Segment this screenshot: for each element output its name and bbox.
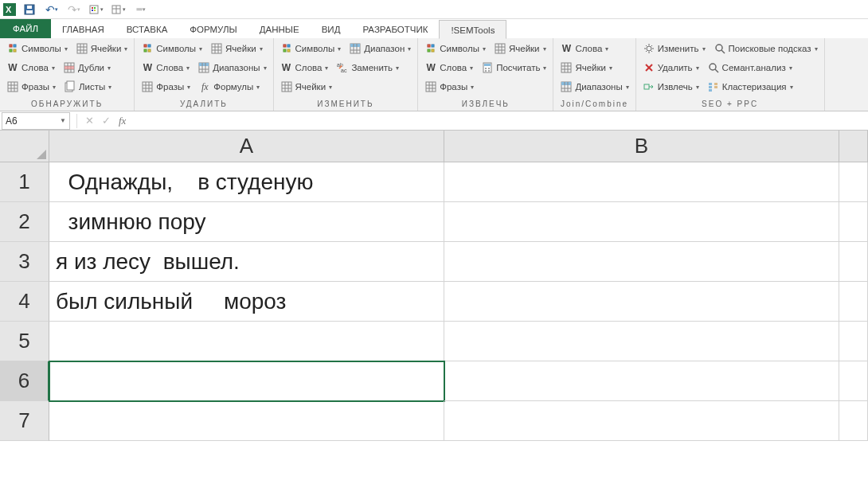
row-header[interactable]: 6 xyxy=(0,361,49,401)
column-header-b[interactable]: B xyxy=(444,131,839,162)
ribbon-command[interactable]: abacЗаменить▾ xyxy=(334,59,401,76)
cell[interactable] xyxy=(839,162,868,202)
ribbon-command[interactable]: fxФормулы▾ xyxy=(197,78,261,96)
column-header-c[interactable] xyxy=(839,131,868,162)
ribbon-command[interactable]: Фразы▾ xyxy=(139,78,192,96)
ribbon-command[interactable]: Символы▾ xyxy=(279,40,343,57)
tab-home[interactable]: ГЛАВНАЯ xyxy=(51,19,115,38)
ribbon-command[interactable]: WСлова▾ xyxy=(5,59,57,76)
qat-button-2[interactable]: ▾ xyxy=(111,2,126,17)
undo-button[interactable]: ↶▾ xyxy=(45,2,59,17)
row-header[interactable]: 3 xyxy=(0,242,49,282)
ribbon-command[interactable]: Символы▾ xyxy=(423,40,487,57)
tab-semtools[interactable]: !SEMTools xyxy=(439,20,506,39)
svg-rect-6 xyxy=(92,7,93,9)
tab-formulas[interactable]: ФОРМУЛЫ xyxy=(178,19,248,38)
command-icon xyxy=(714,42,726,55)
dropdown-icon: ▾ xyxy=(789,64,792,72)
ribbon-command[interactable]: Диапазоны▾ xyxy=(196,59,268,76)
ribbon-command[interactable]: WСлова▾ xyxy=(558,40,610,57)
ribbon-command[interactable]: Ячейки▾ xyxy=(492,40,548,57)
svg-rect-57 xyxy=(287,49,290,52)
ribbon-command[interactable]: Диапазон▾ xyxy=(347,40,412,57)
ribbon-command[interactable]: WСлова▾ xyxy=(279,59,330,76)
row-header[interactable]: 1 xyxy=(0,162,49,202)
ribbon-command[interactable]: Ячейки▾ xyxy=(279,78,334,96)
cell[interactable]: я из лесу вышел. xyxy=(49,242,444,282)
cancel-icon[interactable]: ✕ xyxy=(85,115,94,127)
ribbon-command[interactable]: Символы▾ xyxy=(139,40,204,57)
tab-view[interactable]: ВИД xyxy=(311,19,352,38)
ribbon-command[interactable]: Удалить▾ xyxy=(641,59,701,76)
row-header[interactable]: 2 xyxy=(0,202,49,242)
cell[interactable] xyxy=(444,322,839,361)
ribbon-command[interactable]: Фразы▾ xyxy=(423,78,475,96)
ribbon-command[interactable]: Посчитать▾ xyxy=(479,59,548,76)
redo-button[interactable]: ↷▾ xyxy=(67,2,81,17)
cell[interactable] xyxy=(839,282,868,322)
qat-button-1[interactable]: ▾ xyxy=(89,2,104,17)
row-header[interactable]: 7 xyxy=(0,401,49,441)
ribbon-command[interactable]: Дубли▾ xyxy=(61,59,112,76)
command-icon xyxy=(280,80,293,93)
cell[interactable] xyxy=(839,242,868,282)
tab-data[interactable]: ДАННЫЕ xyxy=(248,19,311,38)
formula-input[interactable] xyxy=(131,112,868,130)
ribbon-command[interactable]: WСлова▾ xyxy=(139,59,191,76)
ribbon-command[interactable]: Семант.анализ▾ xyxy=(706,59,794,76)
ribbon-command[interactable]: WСлова▾ xyxy=(423,59,475,76)
table-row xyxy=(49,401,868,441)
command-icon xyxy=(424,42,437,55)
enter-icon[interactable]: ✓ xyxy=(102,115,111,127)
ribbon-command[interactable]: Ячейки▾ xyxy=(558,59,614,76)
cell[interactable] xyxy=(839,322,868,361)
row-header[interactable]: 5 xyxy=(0,322,49,361)
cell[interactable] xyxy=(444,242,839,282)
command-label: Слова xyxy=(22,63,49,72)
qat-customize[interactable]: ═▾ xyxy=(134,2,148,17)
cell[interactable]: зимнюю пору xyxy=(49,202,444,242)
cell[interactable]: Однажды, в студеную xyxy=(49,162,444,202)
command-icon xyxy=(63,61,76,74)
ribbon-command[interactable]: Извлечь▾ xyxy=(641,78,701,96)
command-icon xyxy=(141,80,154,93)
cell[interactable] xyxy=(839,401,868,441)
cell[interactable]: был сильный мороз xyxy=(49,282,444,322)
ribbon-command[interactable]: Ячейки▾ xyxy=(74,40,130,57)
tab-file[interactable]: ФАЙЛ xyxy=(0,19,51,38)
ribbon-command[interactable]: Поисковые подсказ▾ xyxy=(712,40,819,57)
cell[interactable] xyxy=(444,162,839,202)
row-header[interactable]: 4 xyxy=(0,282,49,322)
cell[interactable] xyxy=(444,282,839,322)
svg-rect-14 xyxy=(14,45,16,47)
cell[interactable] xyxy=(444,401,839,441)
command-icon xyxy=(707,80,720,93)
ribbon-command[interactable]: Фразы▾ xyxy=(5,78,57,96)
svg-text:X: X xyxy=(6,5,12,14)
save-icon[interactable] xyxy=(22,2,37,17)
ribbon-command[interactable]: Ячейки▾ xyxy=(209,40,264,57)
cell[interactable] xyxy=(49,401,444,441)
name-box[interactable]: A6 ▼ xyxy=(2,112,70,130)
ribbon-command[interactable]: Символы▾ xyxy=(5,40,69,57)
tab-insert[interactable]: ВСТАВКА xyxy=(115,19,179,38)
ribbon-command[interactable]: Кластеризация▾ xyxy=(706,78,795,96)
cell[interactable] xyxy=(49,322,444,361)
ribbon-command[interactable]: Изменить▾ xyxy=(641,40,707,57)
command-icon xyxy=(6,80,19,93)
select-all-corner[interactable] xyxy=(0,131,49,162)
cell[interactable] xyxy=(839,202,868,242)
command-label: Фразы xyxy=(440,82,467,92)
svg-rect-96 xyxy=(561,82,571,85)
ribbon-command[interactable]: Диапазоны▾ xyxy=(558,78,630,96)
ribbon-group: Символы▾Ячейки▾WСлова▾Посчитать▾Фразы▾ИЗ… xyxy=(418,38,553,111)
cell[interactable] xyxy=(444,361,839,401)
cell[interactable] xyxy=(839,361,868,401)
tab-developer[interactable]: РАЗРАБОТЧИК xyxy=(351,19,439,38)
name-box-dropdown-icon[interactable]: ▼ xyxy=(60,117,66,124)
ribbon-command[interactable]: Листы▾ xyxy=(62,78,113,96)
column-header-a[interactable]: A xyxy=(49,131,444,162)
cell[interactable] xyxy=(49,361,444,401)
cell[interactable] xyxy=(444,202,839,242)
fx-icon[interactable]: fx xyxy=(119,115,126,127)
